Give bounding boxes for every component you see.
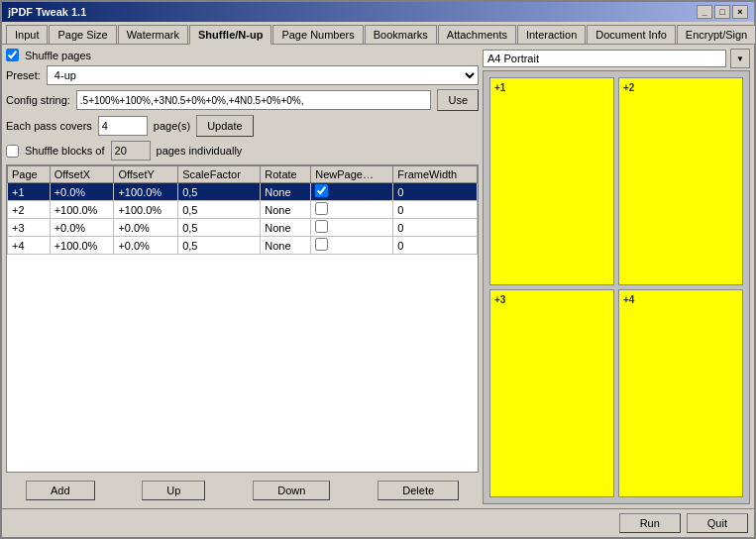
table-cell: +0.0% [114,219,178,237]
newpage-checkbox[interactable] [315,238,328,251]
table-cell: +2 [8,201,51,219]
tab-page-numbers[interactable]: Page Numbers [272,25,363,44]
tab-bookmarks[interactable]: Bookmarks [365,25,437,44]
shuffle-pages-label: Shuffle pages [25,50,91,61]
minimize-button[interactable]: _ [697,5,712,19]
preset-row: Preset: 4-up [6,65,479,85]
table-cell [311,201,393,219]
tab-document-info[interactable]: Document Info [587,25,676,44]
tab-encrypt-sign[interactable]: Encrypt/Sign [677,25,756,44]
tab-input[interactable]: Input [6,25,48,44]
config-string-input[interactable] [76,90,432,110]
pages-label: page(s) [154,120,190,132]
table-cell: 0,5 [178,219,261,237]
page-label-2: +2 [623,82,634,93]
close-button[interactable]: × [732,5,748,19]
pages-individually-label: pages individually [157,145,243,157]
table-container: Page OffsetX OffsetY ScaleFactor Rotate … [6,164,479,473]
newpage-checkbox[interactable] [315,202,328,215]
tab-page-size[interactable]: Page Size [49,25,116,44]
tab-attachments[interactable]: Attachments [438,25,516,44]
run-button[interactable]: Run [619,513,681,533]
tab-bar: Input Page Size Watermark Shuffle/N-up P… [2,22,754,45]
shuffle-blocks-label: Shuffle blocks of [25,145,105,157]
table-row[interactable]: +4+100.0%+0.0%0,5None0 [8,237,478,255]
title-bar: jPDF Tweak 1.1 _ □ × [2,2,754,22]
page-cell-3: +3 [489,289,614,497]
update-button[interactable]: Update [196,115,253,137]
table-cell: None [261,237,311,255]
table-cell: 0 [393,219,478,237]
maximize-button[interactable]: □ [714,5,730,19]
config-string-label: Config string: [6,94,70,106]
table-row[interactable]: +1+0.0%+100.0%0,5None0 [8,183,478,201]
use-button[interactable]: Use [437,89,479,111]
add-button[interactable]: Add [26,481,95,500]
table-header-row: Page OffsetX OffsetY ScaleFactor Rotate … [8,166,478,183]
shuffle-pages-row: Shuffle pages [6,49,479,61]
table-cell: +0.0% [114,237,178,255]
shuffle-blocks-checkbox[interactable] [6,145,19,158]
each-pass-label: Each pass covers [6,120,92,132]
table-row[interactable]: +2+100.0%+100.0%0,5None0 [8,201,478,219]
preview-dropdown-button[interactable]: ▼ [730,49,750,68]
main-window: jPDF Tweak 1.1 _ □ × Input Page Size Wat… [0,0,756,539]
table-cell: None [261,219,311,237]
page-cell-2: +2 [618,77,743,285]
up-button[interactable]: Up [142,481,205,500]
table-cell: +0.0% [50,219,114,237]
preset-select[interactable]: 4-up [47,65,479,85]
table-cell: 0 [393,237,478,255]
col-page: Page [8,166,51,183]
shuffle-pages-checkbox[interactable] [6,49,19,61]
table-cell: +100.0% [50,237,114,255]
table-cell: +4 [8,237,51,255]
table-cell [311,237,393,255]
table-cell: +100.0% [50,201,114,219]
table-cell: +0.0% [50,183,114,201]
table-cell: +1 [8,183,51,201]
down-button[interactable]: Down [253,481,330,500]
window-title: jPDF Tweak 1.1 [8,6,86,18]
table-cell [311,183,393,201]
page-cell-4: +4 [618,289,743,497]
pages-table: Page OffsetX OffsetY ScaleFactor Rotate … [7,165,478,255]
table-cell: 0,5 [178,201,261,219]
table-cell: +3 [8,219,51,237]
table-row[interactable]: +3+0.0%+0.0%0,5None0 [8,219,478,237]
col-rotate: Rotate [261,166,311,183]
config-string-row: Config string: Use [6,89,479,111]
preset-label: Preset: [6,69,41,81]
table-cell: +100.0% [114,183,178,201]
table-cell [311,219,393,237]
table-cell: 0 [393,183,478,201]
table-cell: +100.0% [114,201,178,219]
tab-watermark[interactable]: Watermark [118,25,188,44]
page-cell-1: +1 [489,77,614,285]
page-label-4: +4 [623,294,634,305]
tab-shuffle-nup[interactable]: Shuffle/N-up [189,25,271,45]
tab-interaction[interactable]: Interaction [517,25,586,44]
main-content: Shuffle pages Preset: 4-up Config string… [2,45,754,508]
preview-header: A4 Portrait ▼ [483,49,750,68]
left-panel: Shuffle pages Preset: 4-up Config string… [6,49,479,504]
shuffle-blocks-input[interactable] [111,141,151,161]
delete-button[interactable]: Delete [378,481,459,500]
col-framewidth: FrameWidth [393,166,478,183]
table-cell: 0,5 [178,237,261,255]
col-scalefactor: ScaleFactor [178,166,261,183]
each-pass-input[interactable] [98,116,148,136]
bottom-buttons: Add Up Down Delete [6,477,479,504]
col-offsety: OffsetY [114,166,178,183]
table-cell: 0 [393,201,478,219]
right-panel: A4 Portrait ▼ +1 +2 +3 +4 [483,49,750,504]
table-cell: None [261,201,311,219]
quit-button[interactable]: Quit [687,513,748,533]
table-cell: None [261,183,311,201]
newpage-checkbox[interactable] [315,184,328,197]
newpage-checkbox[interactable] [315,220,328,233]
preview-canvas: +1 +2 +3 +4 [483,70,750,504]
page-label-3: +3 [494,294,505,305]
page-label-1: +1 [494,82,505,93]
each-pass-row: Each pass covers page(s) Update [6,115,479,137]
